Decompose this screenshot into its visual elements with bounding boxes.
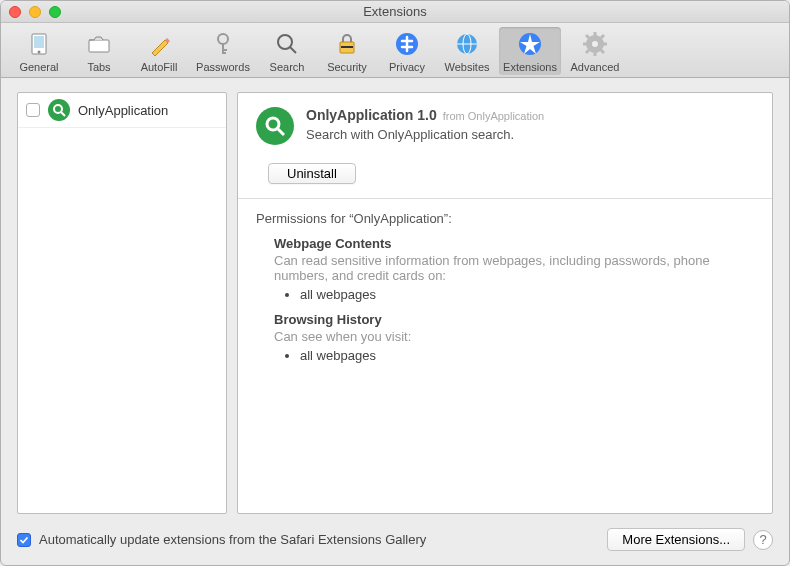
extension-icon — [48, 99, 70, 121]
privacy-icon — [392, 29, 422, 59]
permissions-header: Permissions for “OnlyApplication”: — [256, 211, 754, 226]
svg-rect-3 — [89, 40, 109, 52]
more-extensions-button[interactable]: More Extensions... — [607, 528, 745, 551]
permission-list: all webpages — [300, 287, 754, 302]
tab-label: Search — [270, 61, 305, 73]
svg-line-31 — [278, 129, 284, 135]
advanced-icon — [580, 29, 610, 59]
extension-row[interactable]: OnlyApplication — [18, 93, 226, 128]
security-icon — [332, 29, 362, 59]
svg-point-19 — [592, 41, 598, 47]
tab-general[interactable]: General — [11, 27, 67, 75]
extension-details: OnlyApplication 1.0 from OnlyApplication… — [237, 92, 773, 514]
tabs-icon — [84, 29, 114, 59]
search-icon — [272, 29, 302, 59]
extension-enable-checkbox[interactable] — [26, 103, 40, 117]
auto-update-checkbox[interactable] — [17, 533, 31, 547]
svg-point-4 — [218, 34, 228, 44]
svg-rect-11 — [341, 46, 353, 48]
extensions-sidebar: OnlyApplication — [17, 92, 227, 514]
permission-section: Webpage Contents Can read sensitive info… — [274, 236, 754, 302]
svg-rect-1 — [34, 36, 44, 48]
detail-from: from OnlyApplication — [443, 110, 545, 122]
websites-icon — [452, 29, 482, 59]
tab-label: Tabs — [87, 61, 110, 73]
tab-passwords[interactable]: Passwords — [191, 27, 255, 75]
toolbar: General Tabs AutoFill Passwords Search — [1, 23, 789, 78]
svg-line-27 — [601, 35, 604, 38]
svg-rect-6 — [222, 49, 227, 51]
window-title: Extensions — [1, 4, 789, 19]
permission-section: Browsing History Can see when you visit:… — [274, 312, 754, 363]
svg-line-25 — [601, 50, 604, 53]
detail-description: Search with OnlyApplication search. — [306, 127, 544, 142]
passwords-icon — [208, 29, 238, 59]
tab-label: Security — [327, 61, 367, 73]
tab-search[interactable]: Search — [259, 27, 315, 75]
detail-header: OnlyApplication 1.0 from OnlyApplication… — [256, 107, 754, 145]
autofill-icon — [144, 29, 174, 59]
tab-autofill[interactable]: AutoFill — [131, 27, 187, 75]
permission-body: Can see when you visit: — [274, 329, 754, 344]
general-icon — [24, 29, 54, 59]
tab-advanced[interactable]: Advanced — [565, 27, 625, 75]
tab-label: Extensions — [503, 61, 557, 73]
svg-line-26 — [586, 50, 589, 53]
permission-item: all webpages — [300, 287, 754, 302]
svg-rect-7 — [222, 52, 226, 54]
svg-line-29 — [61, 112, 65, 116]
extensions-icon — [515, 29, 545, 59]
svg-point-28 — [54, 105, 62, 113]
preferences-window: Extensions General Tabs AutoFill Passwor… — [0, 0, 790, 566]
detail-title: OnlyApplication 1.0 — [306, 107, 437, 123]
uninstall-button[interactable]: Uninstall — [268, 163, 356, 184]
svg-point-2 — [38, 51, 41, 54]
tab-label: Advanced — [571, 61, 620, 73]
svg-point-30 — [267, 118, 279, 130]
titlebar: Extensions — [1, 1, 789, 23]
extension-name: OnlyApplication — [78, 103, 168, 118]
tab-privacy[interactable]: Privacy — [379, 27, 435, 75]
tab-label: AutoFill — [141, 61, 178, 73]
tab-label: Websites — [444, 61, 489, 73]
tab-label: General — [19, 61, 58, 73]
permission-heading: Webpage Contents — [274, 236, 754, 251]
tab-websites[interactable]: Websites — [439, 27, 495, 75]
svg-point-8 — [278, 35, 292, 49]
divider — [238, 198, 772, 199]
tab-tabs[interactable]: Tabs — [71, 27, 127, 75]
detail-extension-icon — [256, 107, 294, 145]
help-button[interactable]: ? — [753, 530, 773, 550]
svg-line-24 — [586, 35, 589, 38]
tab-label: Privacy — [389, 61, 425, 73]
auto-update-label: Automatically update extensions from the… — [39, 532, 599, 547]
tab-extensions[interactable]: Extensions — [499, 27, 561, 75]
permission-heading: Browsing History — [274, 312, 754, 327]
permission-list: all webpages — [300, 348, 754, 363]
permission-item: all webpages — [300, 348, 754, 363]
content-area: OnlyApplication OnlyApplication 1.0 from… — [1, 78, 789, 520]
tab-security[interactable]: Security — [319, 27, 375, 75]
tab-label: Passwords — [196, 61, 250, 73]
svg-line-9 — [290, 47, 296, 53]
permission-body: Can read sensitive information from webp… — [274, 253, 754, 283]
footer: Automatically update extensions from the… — [1, 520, 789, 565]
